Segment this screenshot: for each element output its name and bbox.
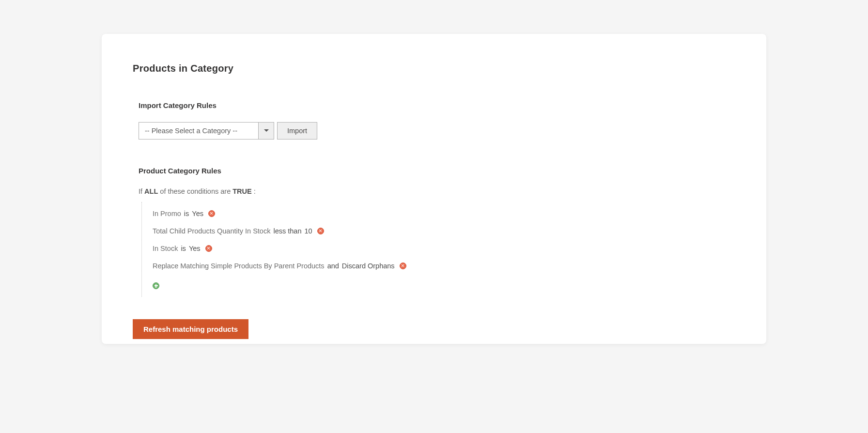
add-rule-row (153, 275, 735, 294)
intro-aggregator[interactable]: ALL (144, 187, 158, 195)
import-heading: Import Category Rules (139, 101, 735, 109)
intro-mid: of these conditions are (160, 187, 231, 195)
intro-suffix: : (254, 187, 256, 195)
rule-attribute[interactable]: In Stock (153, 245, 178, 252)
intro-prefix: If (139, 187, 142, 195)
rule-operator[interactable]: is (184, 210, 189, 217)
category-select-value: -- Please Select a Category -- (139, 123, 258, 139)
rule-tree: In Promo is Yes Total Child Products Qua… (141, 202, 735, 297)
rule-operator[interactable]: and (327, 262, 339, 270)
rule-value[interactable]: 10 (304, 227, 312, 235)
rule-attribute[interactable]: Replace Matching Simple Products By Pare… (153, 262, 325, 270)
rule-value[interactable]: Discard Orphans (342, 262, 395, 270)
intro-value[interactable]: TRUE (232, 187, 251, 195)
remove-icon[interactable] (205, 245, 212, 252)
rule-line: In Stock is Yes (153, 240, 735, 257)
rule-operator[interactable]: less than (273, 227, 301, 235)
rule-attribute[interactable]: Total Child Products Quantity In Stock (153, 227, 270, 235)
section-title: Products in Category (133, 63, 735, 74)
remove-icon[interactable] (317, 228, 324, 234)
refresh-button[interactable]: Refresh matching products (133, 319, 248, 339)
rules-intro: If ALL of these conditions are TRUE : (139, 187, 735, 195)
rule-value[interactable]: Yes (189, 245, 201, 252)
remove-icon[interactable] (400, 263, 406, 269)
panel: Products in Category Import Category Rul… (102, 34, 766, 344)
rule-line: Replace Matching Simple Products By Pare… (153, 257, 735, 275)
rules-heading: Product Category Rules (139, 167, 735, 175)
add-icon[interactable] (153, 282, 159, 289)
category-select[interactable]: -- Please Select a Category -- (139, 122, 274, 139)
rule-attribute[interactable]: In Promo (153, 210, 181, 217)
rule-line: Total Child Products Quantity In Stock l… (153, 222, 735, 240)
rule-value[interactable]: Yes (192, 210, 203, 217)
chevron-down-icon (258, 123, 274, 139)
import-button[interactable]: Import (277, 122, 317, 139)
import-row: -- Please Select a Category -- Import (139, 122, 735, 139)
rule-line: In Promo is Yes (153, 205, 735, 222)
rule-operator[interactable]: is (181, 245, 186, 252)
remove-icon[interactable] (208, 210, 215, 217)
